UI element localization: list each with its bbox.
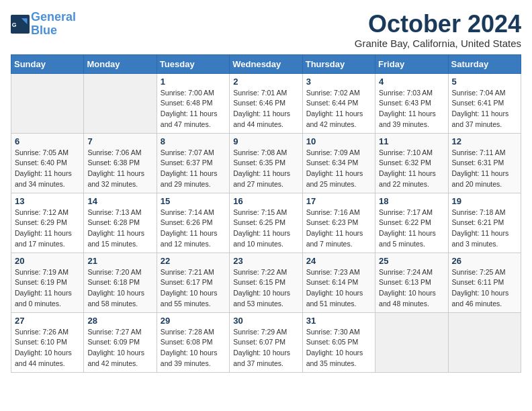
week-row-1: 1Sunrise: 7:00 AMSunset: 6:48 PMDaylight… [11,73,521,133]
week-row-3: 13Sunrise: 7:12 AMSunset: 6:29 PMDayligh… [11,193,521,253]
header-row: SundayMondayTuesdayWednesdayThursdayFrid… [11,54,521,73]
day-number: 30 [233,316,298,326]
day-header-thursday: Thursday [302,54,375,73]
calendar-cell: 1Sunrise: 7:00 AMSunset: 6:48 PMDaylight… [157,73,229,133]
day-info: Sunrise: 7:08 AMSunset: 6:35 PMDaylight:… [233,148,298,190]
day-info: Sunrise: 7:28 AMSunset: 6:08 PMDaylight:… [161,327,226,369]
day-number: 22 [161,256,226,266]
day-number: 9 [233,136,298,146]
day-number: 13 [15,196,80,206]
week-row-2: 6Sunrise: 7:05 AMSunset: 6:40 PMDaylight… [11,133,521,193]
day-number: 24 [306,256,371,266]
calendar-cell: 12Sunrise: 7:11 AMSunset: 6:31 PMDayligh… [448,133,521,193]
calendar-cell: 2Sunrise: 7:01 AMSunset: 6:46 PMDaylight… [230,73,302,133]
calendar-cell [11,73,84,133]
day-info: Sunrise: 7:13 AMSunset: 6:28 PMDaylight:… [87,208,152,250]
calendar-cell: 3Sunrise: 7:02 AMSunset: 6:44 PMDaylight… [302,73,375,133]
day-number: 6 [15,136,80,146]
day-number: 19 [452,196,517,206]
day-info: Sunrise: 7:30 AMSunset: 6:05 PMDaylight:… [306,327,371,369]
day-number: 15 [161,196,226,206]
day-number: 4 [379,77,444,87]
calendar-cell: 27Sunrise: 7:26 AMSunset: 6:10 PMDayligh… [11,312,84,372]
calendar-cell: 30Sunrise: 7:29 AMSunset: 6:07 PMDayligh… [230,312,302,372]
calendar-cell: 16Sunrise: 7:15 AMSunset: 6:25 PMDayligh… [230,193,302,253]
day-number: 28 [87,316,152,326]
day-number: 12 [452,136,517,146]
calendar-cell [84,73,157,133]
calendar-cell: 18Sunrise: 7:17 AMSunset: 6:22 PMDayligh… [375,193,448,253]
calendar-cell: 4Sunrise: 7:03 AMSunset: 6:43 PMDaylight… [375,73,448,133]
day-info: Sunrise: 7:22 AMSunset: 6:15 PMDaylight:… [233,267,298,310]
day-number: 25 [379,256,444,266]
day-info: Sunrise: 7:07 AMSunset: 6:37 PMDaylight:… [161,148,226,190]
day-number: 29 [161,316,226,326]
day-info: Sunrise: 7:02 AMSunset: 6:44 PMDaylight:… [306,88,371,130]
calendar-cell: 5Sunrise: 7:04 AMSunset: 6:41 PMDaylight… [448,73,521,133]
title-area: October 2024 Granite Bay, California, Un… [355,11,521,49]
day-info: Sunrise: 7:12 AMSunset: 6:29 PMDaylight:… [15,208,80,250]
day-number: 11 [379,136,444,146]
week-row-4: 20Sunrise: 7:19 AMSunset: 6:19 PMDayligh… [11,253,521,312]
day-info: Sunrise: 7:06 AMSunset: 6:38 PMDaylight:… [87,148,152,190]
day-info: Sunrise: 7:16 AMSunset: 6:23 PMDaylight:… [306,208,371,250]
day-info: Sunrise: 7:03 AMSunset: 6:43 PMDaylight:… [379,88,444,130]
day-number: 2 [233,77,298,87]
calendar-cell: 13Sunrise: 7:12 AMSunset: 6:29 PMDayligh… [11,193,84,253]
logo-icon: G [11,15,30,34]
calendar-cell: 19Sunrise: 7:18 AMSunset: 6:21 PMDayligh… [448,193,521,253]
day-info: Sunrise: 7:09 AMSunset: 6:34 PMDaylight:… [306,148,371,190]
day-number: 16 [233,196,298,206]
logo-blue: Blue [31,24,57,37]
day-number: 3 [306,77,371,87]
day-info: Sunrise: 7:27 AMSunset: 6:09 PMDaylight:… [87,327,152,369]
day-info: Sunrise: 7:19 AMSunset: 6:19 PMDaylight:… [15,267,80,310]
calendar-cell: 15Sunrise: 7:14 AMSunset: 6:26 PMDayligh… [157,193,229,253]
day-info: Sunrise: 7:25 AMSunset: 6:11 PMDaylight:… [452,267,517,310]
calendar-cell: 28Sunrise: 7:27 AMSunset: 6:09 PMDayligh… [84,312,157,372]
calendar-cell [375,312,448,372]
calendar-cell: 9Sunrise: 7:08 AMSunset: 6:35 PMDaylight… [230,133,302,193]
logo-general: General [31,10,76,24]
header: G General Blue October 2024 Granite Bay,… [11,11,521,49]
day-number: 8 [161,136,226,146]
calendar-cell: 10Sunrise: 7:09 AMSunset: 6:34 PMDayligh… [302,133,375,193]
calendar-header: SundayMondayTuesdayWednesdayThursdayFrid… [11,54,521,73]
calendar-cell: 7Sunrise: 7:06 AMSunset: 6:38 PMDaylight… [84,133,157,193]
calendar-cell [448,312,521,372]
day-header-tuesday: Tuesday [157,54,229,73]
day-info: Sunrise: 7:18 AMSunset: 6:21 PMDaylight:… [452,208,517,250]
day-number: 5 [452,77,517,87]
day-number: 31 [306,316,371,326]
calendar-cell: 29Sunrise: 7:28 AMSunset: 6:08 PMDayligh… [157,312,229,372]
day-header-wednesday: Wednesday [230,54,302,73]
calendar-cell: 24Sunrise: 7:23 AMSunset: 6:14 PMDayligh… [302,253,375,312]
calendar-cell: 31Sunrise: 7:30 AMSunset: 6:05 PMDayligh… [302,312,375,372]
day-number: 7 [87,136,152,146]
calendar-table: SundayMondayTuesdayWednesdayThursdayFrid… [11,54,521,373]
day-number: 23 [233,256,298,266]
day-header-friday: Friday [375,54,448,73]
day-header-saturday: Saturday [448,54,521,73]
day-info: Sunrise: 7:04 AMSunset: 6:41 PMDaylight:… [452,88,517,130]
day-info: Sunrise: 7:01 AMSunset: 6:46 PMDaylight:… [233,88,298,130]
day-number: 27 [15,316,80,326]
calendar-cell: 14Sunrise: 7:13 AMSunset: 6:28 PMDayligh… [84,193,157,253]
logo-text: General Blue [31,11,76,38]
calendar-cell: 21Sunrise: 7:20 AMSunset: 6:18 PMDayligh… [84,253,157,312]
calendar-cell: 8Sunrise: 7:07 AMSunset: 6:37 PMDaylight… [157,133,229,193]
day-number: 18 [379,196,444,206]
calendar-cell: 6Sunrise: 7:05 AMSunset: 6:40 PMDaylight… [11,133,84,193]
week-row-5: 27Sunrise: 7:26 AMSunset: 6:10 PMDayligh… [11,312,521,372]
day-number: 10 [306,136,371,146]
day-number: 26 [452,256,517,266]
day-number: 21 [87,256,152,266]
day-info: Sunrise: 7:14 AMSunset: 6:26 PMDaylight:… [161,208,226,250]
day-info: Sunrise: 7:20 AMSunset: 6:18 PMDaylight:… [87,267,152,310]
day-info: Sunrise: 7:00 AMSunset: 6:48 PMDaylight:… [161,88,226,130]
calendar-cell: 22Sunrise: 7:21 AMSunset: 6:17 PMDayligh… [157,253,229,312]
day-info: Sunrise: 7:24 AMSunset: 6:13 PMDaylight:… [379,267,444,310]
calendar-body: 1Sunrise: 7:00 AMSunset: 6:48 PMDaylight… [11,73,521,372]
day-info: Sunrise: 7:10 AMSunset: 6:32 PMDaylight:… [379,148,444,190]
calendar-cell: 11Sunrise: 7:10 AMSunset: 6:32 PMDayligh… [375,133,448,193]
